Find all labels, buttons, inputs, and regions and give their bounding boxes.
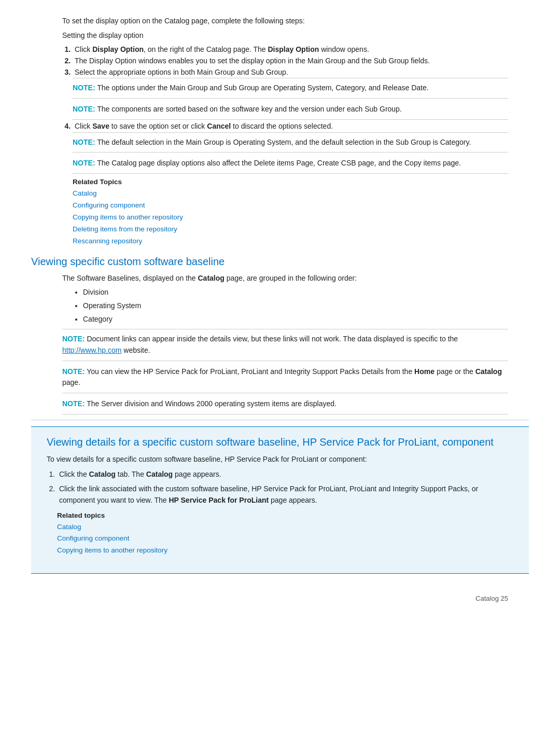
note-2: NOTE: The components are sorted based on… [73, 100, 508, 120]
step-2: The Display Option windows enables you t… [73, 56, 529, 67]
step-3: Select the appropriate options in both M… [73, 67, 529, 78]
related-link-rescanning-1[interactable]: Rescanning repository [73, 236, 529, 247]
section-3-intro: To view details for a specific custom so… [47, 454, 493, 465]
step-4: Click Save to save the option set or cli… [73, 121, 529, 132]
section2-note-1: NOTE: Document links can appear inside t… [62, 329, 508, 361]
related-link-configuring-2[interactable]: Configuring component [57, 533, 513, 545]
footer: Catalog 25 [31, 595, 529, 602]
step-4-list: Click Save to save the option set or cli… [73, 121, 529, 132]
note-3: NOTE: The default selection in the Main … [73, 132, 508, 153]
intro-text: To set the display option on the Catalog… [62, 16, 529, 27]
related-link-configuring-1[interactable]: Configuring component [73, 200, 529, 212]
section-3-container: Viewing details for a specific custom so… [31, 426, 529, 574]
note-4: NOTE: The Catalog page display options a… [73, 154, 508, 174]
related-link-catalog-1[interactable]: Catalog [73, 188, 529, 200]
related-link-catalog-2[interactable]: Catalog [57, 521, 513, 533]
bullet-division: Division [83, 287, 529, 298]
related-link-deleting-1[interactable]: Deleting items from the repository [73, 224, 529, 236]
bullet-category: Category [83, 314, 529, 325]
section-3-heading: Viewing details for a specific custom so… [47, 435, 513, 449]
bullet-os: Operating System [83, 300, 529, 312]
related-topics-title-2: Related topics [57, 512, 513, 519]
related-link-copying-1[interactable]: Copying items to another repository [73, 212, 529, 224]
section-2-bullets: Division Operating System Category [83, 287, 529, 325]
step-1: Click Display Option, on the right of th… [73, 44, 529, 56]
section3-step-1: Click the Catalog tab. The Catalog page … [57, 469, 493, 480]
footer-text: Catalog 25 [475, 595, 508, 602]
related-topics-title-1: Related Topics [73, 178, 529, 186]
section2-note-2: NOTE: You can view the HP Service Pack f… [62, 362, 508, 393]
hp-link[interactable]: http://www.hp.com [62, 346, 121, 354]
setting-label: Setting the display option [62, 30, 529, 42]
section-2-heading: Viewing specific custom software baselin… [31, 256, 529, 268]
section-3-steps: Click the Catalog tab. The Catalog page … [57, 469, 493, 506]
related-topics-2: Related topics Catalog Configuring compo… [57, 512, 513, 557]
section2-note-3: NOTE: The Server division and Windows 20… [62, 394, 508, 415]
section-2-intro: The Software Baselines, displayed on the… [62, 273, 508, 284]
section3-step-2: Click the link associated with the custo… [57, 483, 493, 506]
related-topics-1: Related Topics Catalog Configuring compo… [73, 178, 529, 247]
related-link-copying-2[interactable]: Copying items to another repository [57, 545, 513, 557]
section-2-container: Viewing specific custom software baselin… [31, 256, 529, 420]
steps-list: Click Display Option, on the right of th… [73, 44, 529, 78]
note-1: NOTE: The options under the Main Group a… [73, 78, 508, 99]
